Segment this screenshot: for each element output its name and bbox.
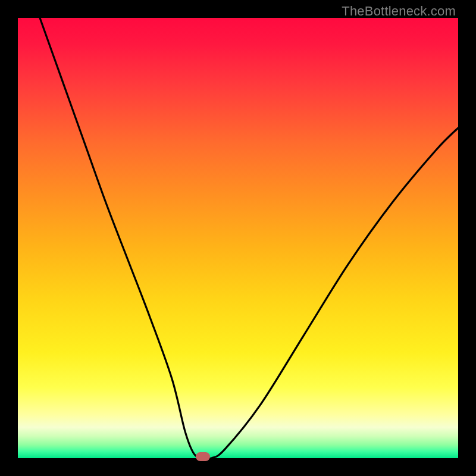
- watermark-text: TheBottleneck.com: [342, 4, 456, 19]
- optimum-marker: [196, 452, 210, 461]
- plot-area: [18, 18, 458, 458]
- bottleneck-curve-path: [40, 18, 458, 459]
- chart-frame: TheBottleneck.com: [0, 0, 476, 476]
- curve-svg: [18, 18, 458, 458]
